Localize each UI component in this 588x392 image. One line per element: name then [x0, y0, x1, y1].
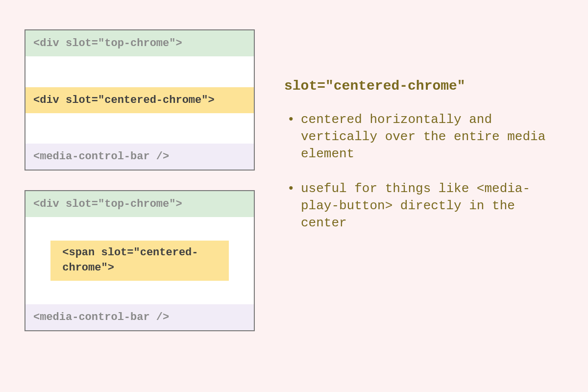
gap-row	[25, 56, 254, 87]
top-chrome-row: <div slot="top-chrome">	[25, 191, 254, 217]
bullet-item: centered horizontally and vertically ove…	[284, 111, 564, 163]
gap-row	[25, 113, 254, 144]
centered-span-container: <span slot="centered-chrome">	[25, 217, 254, 304]
slot-heading: slot="centered-chrome"	[284, 78, 564, 94]
top-chrome-row: <div slot="top-chrome">	[25, 30, 254, 56]
diagrams-column: <div slot="top-chrome"> <div slot="cente…	[24, 29, 255, 331]
diagram-span-variant: <div slot="top-chrome"> <span slot="cent…	[24, 190, 255, 331]
text-column: slot="centered-chrome" centered horizont…	[284, 29, 564, 250]
media-control-bar-row: <media-control-bar />	[25, 304, 254, 330]
bullet-list: centered horizontally and vertically ove…	[284, 111, 564, 232]
centered-chrome-row-full: <div slot="centered-chrome">	[25, 87, 254, 113]
diagram-div-variant: <div slot="top-chrome"> <div slot="cente…	[24, 29, 255, 171]
centered-chrome-span: <span slot="centered-chrome">	[50, 241, 228, 281]
bullet-item: useful for things like <media-play-butto…	[284, 180, 564, 232]
media-control-bar-row: <media-control-bar />	[25, 144, 254, 170]
